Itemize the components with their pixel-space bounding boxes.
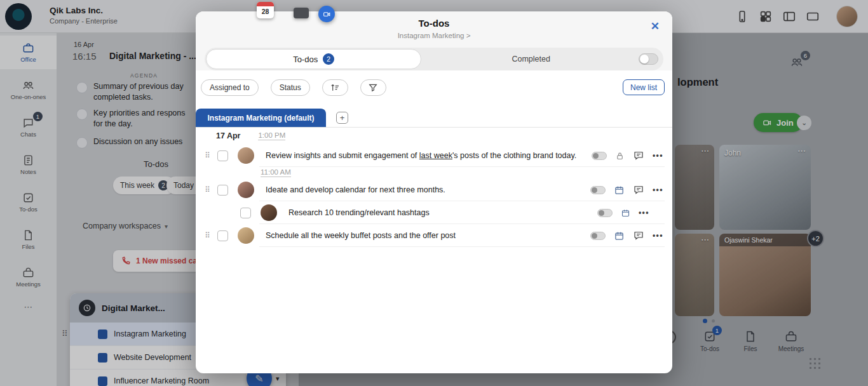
todos-tabbar: To-dos 2 Completed: [205, 48, 663, 70]
task-menu-icon[interactable]: •••: [639, 208, 649, 217]
list-tabs: Instagram Marketing (default) +: [196, 109, 672, 128]
task-menu-icon[interactable]: •••: [653, 231, 663, 240]
calendar-icon[interactable]: [614, 185, 625, 196]
add-list-button[interactable]: +: [336, 112, 348, 124]
comment-icon[interactable]: [633, 184, 644, 196]
task-text: Ideate and develop calendar for next thr…: [266, 185, 445, 194]
filter-bar: Assigned to Status New list: [201, 78, 666, 97]
assignee-avatar: [238, 182, 254, 198]
task-checkbox[interactable]: [240, 208, 251, 218]
calendar-date-icon[interactable]: 28: [257, 2, 274, 18]
comment-icon[interactable]: [633, 230, 644, 241]
status-filter[interactable]: Status: [271, 79, 310, 96]
time-label: 1:00 PM: [258, 131, 285, 140]
task-text: Research 10 trending/relevant hashtags: [288, 208, 430, 217]
assignee-avatar: [238, 227, 254, 244]
lock-icon: [615, 151, 625, 161]
modal-header: To-dos Instagram Marketing > ✕ To-dos 2 …: [196, 11, 672, 70]
task-checkbox[interactable]: [217, 230, 228, 241]
progress-pill[interactable]: [597, 209, 613, 217]
task-text-link[interactable]: last week: [419, 151, 452, 160]
date-label: 17 Apr: [216, 131, 240, 140]
subtask-row: Research 10 trending/relevant hashtags •…: [196, 201, 672, 224]
task-menu-icon[interactable]: •••: [653, 185, 663, 194]
time-group-header: 11:00 AM: [196, 167, 672, 178]
tab-completed[interactable]: Completed: [421, 55, 663, 63]
calendar-header-strip: [257, 2, 274, 6]
drag-handle[interactable]: ⠿: [205, 151, 212, 160]
assignee-avatar: [238, 147, 254, 164]
time-label: 11:00 AM: [261, 168, 291, 177]
new-list-button[interactable]: New list: [623, 79, 665, 95]
todos-modal: To-dos Instagram Marketing > ✕ To-dos 2 …: [196, 11, 672, 373]
task-row: ⠿ Ideate and develop calendar for next t…: [196, 178, 672, 201]
task-checkbox[interactable]: [217, 150, 228, 161]
progress-pill[interactable]: [590, 186, 606, 194]
calendar-icon[interactable]: [614, 230, 625, 241]
drag-handle[interactable]: ⠿: [205, 231, 212, 240]
sort-icon: [330, 83, 340, 93]
modal-title: To-dos: [196, 18, 672, 29]
app-screen: Qik Labs Inc. Company - Enterprise Offic…: [0, 0, 868, 386]
task-text: Schedule all the weekly buffet posts and…: [266, 231, 456, 240]
task-list: 17 Apr 1:00 PM ⠿ Review insights and sub…: [196, 128, 672, 373]
funnel-icon: [368, 83, 378, 93]
list-tab-instagram-marketing[interactable]: Instagram Marketing (default): [196, 109, 326, 127]
calendar-date-number: 28: [257, 8, 274, 15]
close-icon[interactable]: ✕: [651, 20, 660, 33]
todos-count-badge: 2: [323, 53, 334, 65]
task-checkbox[interactable]: [217, 185, 228, 196]
task-menu-icon[interactable]: •••: [653, 151, 663, 160]
comment-icon[interactable]: [633, 150, 644, 161]
breadcrumb[interactable]: Instagram Marketing >: [196, 32, 672, 39]
calendar-icon[interactable]: [621, 208, 630, 218]
drag-handle[interactable]: ⠿: [205, 185, 212, 194]
filter-button[interactable]: [360, 79, 386, 96]
progress-pill[interactable]: [590, 232, 606, 240]
assignee-avatar: [261, 204, 277, 221]
toggle-knob: [640, 55, 649, 63]
chevron-right-icon: >: [466, 32, 471, 39]
mini-widget-icon[interactable]: [294, 8, 309, 18]
sort-button[interactable]: [322, 79, 348, 96]
assigned-to-filter[interactable]: Assigned to: [201, 79, 259, 96]
camera-pip-icon[interactable]: [318, 6, 335, 22]
completed-toggle[interactable]: [639, 53, 658, 65]
task-row: ⠿ Schedule all the weekly buffet posts a…: [196, 224, 672, 247]
progress-pill[interactable]: [592, 152, 607, 160]
task-row: ⠿ Review insights and submit engagement …: [196, 144, 672, 167]
task-text: Review insights and submit engagement of…: [266, 151, 576, 160]
tab-todos[interactable]: To-dos 2: [206, 49, 421, 69]
date-group-header: 17 Apr 1:00 PM: [196, 128, 672, 144]
